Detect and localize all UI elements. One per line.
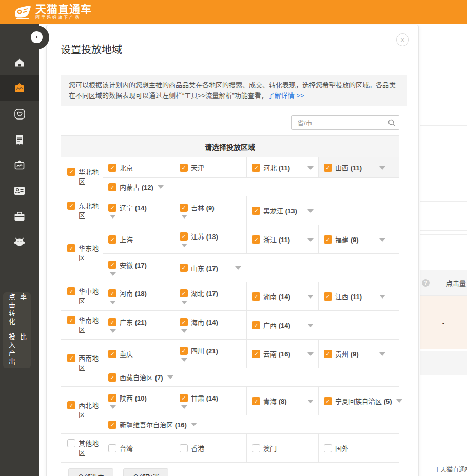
province-item[interactable]: ✓山西 (11) [319, 157, 399, 177]
chevron-down-icon[interactable] [307, 400, 314, 403]
province-checkbox[interactable]: ✓ [180, 394, 188, 402]
chevron-down-icon[interactable] [181, 405, 187, 409]
sidebar-item-tools[interactable] [0, 204, 39, 229]
province-label[interactable]: 湖南 (14) [263, 291, 290, 301]
sidebar-item-campaign[interactable] [0, 75, 39, 101]
province-checkbox[interactable]: ✓ [180, 289, 188, 298]
chevron-down-icon[interactable] [307, 295, 314, 299]
province-checkbox[interactable]: ✓ [252, 292, 260, 301]
logo[interactable]: 天猫直通车 阿里妈妈旗下产品 [13, 4, 92, 21]
province-item[interactable]: ✓重庆 [103, 340, 174, 368]
province-label[interactable]: 四川 (21) [191, 346, 218, 355]
province-item[interactable]: ✓云南 (16) [247, 340, 319, 368]
province-checkbox[interactable]: ✓ [180, 232, 188, 241]
province-item[interactable]: 台湾 [103, 434, 174, 462]
province-label[interactable]: 贵州 (9) [335, 349, 359, 359]
sidebar-item-tmall[interactable] [0, 229, 39, 255]
province-item[interactable]: 澳门 [247, 434, 319, 462]
province-checkbox[interactable]: ✓ [324, 164, 332, 172]
province-label[interactable]: 上海 [120, 234, 133, 244]
learn-more-link[interactable]: 了解详情 >> [268, 92, 304, 100]
region-checkbox[interactable]: ✓ [67, 401, 75, 409]
search-icon[interactable] [387, 118, 396, 127]
province-item[interactable]: ✓天津 [174, 157, 247, 177]
province-checkbox[interactable] [252, 444, 260, 452]
province-label[interactable]: 江苏 (13) [191, 231, 218, 241]
province-item[interactable]: ✓四川 (21) [174, 340, 247, 368]
province-label[interactable]: 内蒙古 (12) [120, 182, 153, 192]
help-icon[interactable]: ? [422, 279, 430, 287]
province-checkbox[interactable]: ✓ [108, 204, 116, 212]
province-label[interactable]: 山西 (11) [335, 163, 362, 172]
region-checkbox[interactable] [67, 439, 75, 447]
province-label[interactable]: 黑龙江 (13) [263, 206, 297, 215]
province-checkbox[interactable] [180, 444, 188, 452]
province-item[interactable]: ✓广西 (14) [247, 311, 399, 339]
province-item[interactable]: ✓贵州 (9) [319, 340, 399, 368]
region-checkbox[interactable]: ✓ [67, 202, 75, 210]
province-label[interactable]: 香港 [191, 443, 204, 453]
province-item[interactable]: ✓山东 (17) [174, 254, 399, 282]
region-checkbox[interactable]: ✓ [67, 168, 75, 176]
chevron-down-icon[interactable] [167, 375, 173, 379]
province-label[interactable]: 浙江 (11) [263, 234, 290, 244]
province-label[interactable]: 海南 (14) [191, 317, 218, 327]
province-item[interactable]: ✓安徽 (17) [103, 254, 174, 282]
sidebar-item-favorites[interactable] [0, 101, 39, 127]
province-item[interactable]: ✓北京 [103, 157, 174, 177]
province-label[interactable]: 辽宁 (14) [120, 203, 147, 212]
province-checkbox[interactable]: ✓ [108, 261, 116, 269]
province-checkbox[interactable]: ✓ [324, 397, 332, 405]
province-checkbox[interactable]: ✓ [180, 318, 188, 326]
province-checkbox[interactable]: ✓ [108, 318, 116, 326]
province-checkbox[interactable]: ✓ [108, 394, 116, 402]
chevron-down-icon[interactable] [307, 166, 314, 170]
sidebar-item-report[interactable] [0, 127, 39, 152]
province-item[interactable]: ✓西藏自治区 (7) [103, 368, 399, 386]
chevron-down-icon[interactable] [181, 329, 187, 333]
close-icon[interactable]: × [396, 33, 409, 46]
province-item[interactable]: ✓吉林 (9) [174, 196, 247, 225]
province-label[interactable]: 新疆维吾尔自治区 (16) [120, 420, 187, 429]
province-item[interactable]: ✓内蒙古 (12) [103, 178, 399, 196]
province-checkbox[interactable]: ✓ [108, 373, 116, 382]
side-tool-click-rate[interactable]: 点击转化率 [6, 293, 28, 329]
province-label[interactable]: 国外 [335, 443, 348, 453]
chevron-down-icon[interactable] [110, 329, 116, 333]
province-label[interactable]: 陕西 (10) [120, 393, 147, 403]
province-item[interactable]: ✓海南 (14) [174, 311, 247, 339]
province-label[interactable]: 天津 [191, 163, 204, 172]
province-item[interactable]: ✓广东 (21) [103, 311, 174, 339]
chevron-down-icon[interactable] [307, 324, 314, 327]
province-label[interactable]: 澳门 [263, 443, 277, 453]
chevron-down-icon[interactable] [379, 295, 385, 299]
province-item[interactable]: ✓湖北 (17) [174, 282, 247, 310]
region-checkbox[interactable]: ✓ [67, 354, 75, 362]
province-item[interactable]: ✓江西 (11) [319, 282, 399, 310]
province-label[interactable]: 吉林 (9) [191, 203, 215, 212]
province-item[interactable]: ✓湖南 (14) [247, 282, 319, 310]
region-label[interactable]: 西南地区 [79, 354, 101, 372]
province-label[interactable]: 北京 [120, 163, 133, 172]
chevron-down-icon[interactable] [396, 399, 402, 403]
province-item[interactable]: ✓宁夏回族自治区 (5) [319, 387, 399, 415]
province-item[interactable]: ✓上海 [103, 225, 174, 253]
province-item[interactable]: ✓河南 (18) [103, 282, 174, 310]
region-label[interactable]: 华东地区 [79, 244, 101, 263]
chevron-down-icon[interactable] [158, 185, 164, 189]
chevron-down-icon[interactable] [181, 244, 187, 247]
province-checkbox[interactable]: ✓ [108, 235, 116, 244]
province-label[interactable]: 宁夏回族自治区 (5) [335, 396, 392, 406]
province-item[interactable]: ✓黑龙江 (13) [247, 196, 399, 225]
province-checkbox[interactable]: ✓ [252, 235, 260, 244]
province-label[interactable]: 重庆 [120, 349, 133, 359]
province-label[interactable]: 江西 (11) [335, 291, 362, 301]
chevron-down-icon[interactable] [181, 215, 187, 219]
province-item[interactable]: ✓河北 (11) [247, 157, 319, 177]
chevron-down-icon[interactable] [110, 301, 116, 304]
province-label[interactable]: 山东 (17) [191, 263, 218, 273]
province-checkbox[interactable]: ✓ [324, 292, 332, 301]
region-label[interactable]: 华北地区 [79, 168, 101, 186]
chevron-down-icon[interactable] [307, 238, 314, 242]
sidebar-item-account[interactable] [0, 178, 39, 204]
